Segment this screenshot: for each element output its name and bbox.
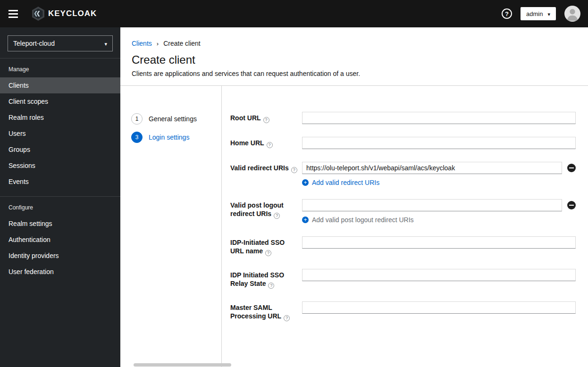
keycloak-logo[interactable]: KEYCLOAK <box>30 6 97 22</box>
breadcrumb-separator-icon <box>157 40 159 47</box>
help-icon[interactable] <box>265 250 271 256</box>
brand-text: KEYCLOAK <box>48 9 97 18</box>
sidebar-item-identity-providers[interactable]: Identity providers <box>0 248 120 264</box>
field-root-url: Root URL <box>230 112 576 124</box>
user-menu-label: admin <box>526 10 543 17</box>
step-number-badge: 3 <box>131 132 143 143</box>
nav-section-manage: Manage Clients Client scopes Realm roles… <box>0 58 120 190</box>
field-label: Valid redirect URIs <box>230 162 302 186</box>
field-label-text: Master SAML Processing URL <box>230 304 281 320</box>
master-saml-processing-url-input[interactable] <box>302 301 576 314</box>
remove-post-logout-redirect-uri-button[interactable] <box>567 201 576 209</box>
home-url-input[interactable] <box>302 137 576 149</box>
field-home-url: Home URL <box>230 137 576 149</box>
sidebar: Teleport-cloud Manage Clients Client sco… <box>0 27 120 367</box>
field-idp-initiated-sso-url-name: IDP-Initiated SSO URL name <box>230 236 576 256</box>
realm-selector[interactable]: Teleport-cloud <box>8 35 113 51</box>
add-link-label: Add valid post logout redirect URIs <box>312 216 414 224</box>
help-icon[interactable] <box>263 117 269 123</box>
field-valid-redirect-uris: Valid redirect URIs Add valid redirect U… <box>230 162 576 186</box>
avatar[interactable] <box>564 6 580 22</box>
add-link-label: Add valid redirect URIs <box>312 179 379 186</box>
breadcrumb-link-clients[interactable]: Clients <box>132 40 152 47</box>
help-icon[interactable] <box>274 213 280 219</box>
field-label: Valid post logout redirect URIs <box>230 199 302 224</box>
step-number-badge: 1 <box>131 113 143 125</box>
idp-initiated-sso-relay-state-input[interactable] <box>302 269 576 281</box>
page-title: Create client <box>132 53 577 67</box>
field-label: Home URL <box>230 137 302 149</box>
field-master-saml-processing-url: Master SAML Processing URL <box>230 301 576 321</box>
field-label-text: IDP-Initiated SSO URL name <box>230 239 285 255</box>
menu-toggle-button[interactable] <box>8 7 23 21</box>
sidebar-item-realm-roles[interactable]: Realm roles <box>0 109 120 125</box>
wizard-step-login-settings[interactable]: 3 Login settings <box>131 132 221 143</box>
add-valid-redirect-uri-button[interactable]: Add valid redirect URIs <box>302 179 379 186</box>
wizard-steps: 1 General settings 3 Login settings <box>120 86 221 367</box>
sidebar-item-authentication[interactable]: Authentication <box>0 232 120 248</box>
sidebar-item-user-federation[interactable]: User federation <box>0 264 120 280</box>
help-icon[interactable] <box>291 167 297 173</box>
root-url-input[interactable] <box>302 112 576 124</box>
step-label: General settings <box>149 115 197 123</box>
topbar: KEYCLOAK admin <box>0 0 588 27</box>
field-idp-initiated-sso-relay-state: IDP Initiated SSO Relay State <box>230 269 576 289</box>
help-icon[interactable] <box>502 8 512 19</box>
field-label: IDP Initiated SSO Relay State <box>230 269 302 289</box>
nav-section-configure: Configure Realm settings Authentication … <box>0 197 120 280</box>
field-label-text: IDP Initiated SSO Relay State <box>230 271 284 287</box>
wizard-step-general-settings[interactable]: 1 General settings <box>131 113 221 125</box>
remove-redirect-uri-button[interactable] <box>567 164 576 172</box>
realm-selector-value: Teleport-cloud <box>13 40 55 47</box>
user-icon <box>564 6 580 22</box>
field-label-text: Root URL <box>230 114 261 122</box>
nav-section-title: Manage <box>0 58 120 77</box>
sidebar-item-groups[interactable]: Groups <box>0 142 120 158</box>
field-label: Master SAML Processing URL <box>230 301 302 321</box>
nav-section-title: Configure <box>0 197 120 216</box>
sidebar-item-clients[interactable]: Clients <box>0 77 120 93</box>
plus-circle-icon <box>302 217 309 223</box>
valid-redirect-uri-input[interactable] <box>302 162 562 174</box>
login-settings-form: Root URL Home URL <box>221 86 588 367</box>
page-description: Clients are applications and services th… <box>132 70 577 77</box>
user-menu-button[interactable]: admin <box>521 7 556 20</box>
keycloak-logo-icon <box>30 6 46 22</box>
sidebar-item-users[interactable]: Users <box>0 125 120 142</box>
topbar-actions: admin <box>502 6 580 22</box>
breadcrumb: Clients Create client <box>132 40 577 47</box>
main-content: Clients Create client Create client Clie… <box>120 27 588 367</box>
field-valid-post-logout-redirect-uris: Valid post logout redirect URIs Add vali… <box>230 199 576 224</box>
breadcrumb-current: Create client <box>163 40 201 47</box>
hamburger-icon <box>8 10 18 11</box>
field-label: Root URL <box>230 112 302 124</box>
page-header: Clients Create client Create client Clie… <box>120 27 588 85</box>
wizard-layout: 1 General settings 3 Login settings Root… <box>120 86 588 367</box>
field-label: IDP-Initiated SSO URL name <box>230 236 302 256</box>
sidebar-item-client-scopes[interactable]: Client scopes <box>0 93 120 109</box>
horizontal-scrollbar[interactable] <box>134 363 231 367</box>
idp-initiated-sso-url-name-input[interactable] <box>302 236 576 249</box>
chevron-down-icon <box>547 10 550 17</box>
sidebar-item-realm-settings[interactable]: Realm settings <box>0 216 120 232</box>
sidebar-item-events[interactable]: Events <box>0 174 120 190</box>
field-label-text: Home URL <box>230 139 264 147</box>
post-logout-redirect-uri-input[interactable] <box>302 199 562 211</box>
add-post-logout-redirect-uri-button[interactable]: Add valid post logout redirect URIs <box>302 216 414 224</box>
field-label-text: Valid redirect URIs <box>230 164 289 172</box>
sidebar-item-sessions[interactable]: Sessions <box>0 158 120 174</box>
help-icon[interactable] <box>267 142 273 148</box>
help-icon[interactable] <box>284 315 290 321</box>
help-icon[interactable] <box>268 283 274 289</box>
chevron-down-icon <box>104 40 107 47</box>
step-label: Login settings <box>149 133 189 141</box>
plus-circle-icon <box>302 179 309 186</box>
